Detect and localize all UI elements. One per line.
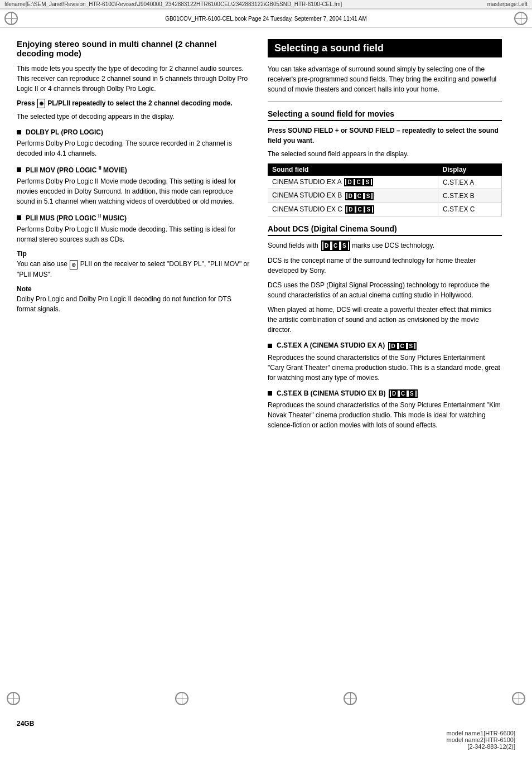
movies-note: The selected sound field appears in the … [268,149,502,159]
subheader-text: GB01COV_HTR-6100-CEL.book Page 24 Tuesda… [165,16,367,22]
bottom-compass-left [7,692,20,705]
dolby-pl-title: DOLBY PL (PRO LOGIC) [17,128,251,136]
bottom-compass-right [512,692,525,705]
dcs-text-1: DCS is the concept name of the surround … [268,256,502,276]
table-header-sound-field: Sound field [268,163,438,176]
bottom-compass-center-right [344,692,357,705]
left-column: Enjoying stereo sound in multi channel (… [17,39,251,435]
table-row: CINEMA STUDIO EX B D C S C.ST.EX B [268,189,502,203]
plii-mov-title: PLII MOV (PRO LOGIC II MOVIE) [17,165,251,174]
movies-title: Selecting a sound field for movies [268,109,502,121]
bottom-decorations [0,692,532,705]
cst-ex-b-title: C.ST.EX B (CINEMA STUDIO EX B) D C S [268,389,502,398]
dcs-title: About DCS (Digital Cinema Sound) [268,224,502,236]
tip-text: You can also use ⊕ PLII on the receiver … [17,259,251,279]
table-cell-sound-field-3: CINEMA STUDIO EX C D C S [268,203,438,216]
plii-mov-text: Performs Dolby Pro Logic II Movie mode d… [17,176,251,206]
header-masterpage: masterpage:Left [487,1,528,7]
cst-ex-a-text: Reproduces the sound characteristics of … [268,353,502,383]
bullet-cst-ex-a [268,344,272,348]
bullet-dolby-pl [17,130,21,134]
dcs-intro-text: Sound fields with D C S marks use DCS te… [268,240,502,251]
footer-model1: model name1[HTR-6600] [446,730,515,736]
dcs-badge-1: D C S [344,178,373,186]
bullet-plii-mov [17,167,21,172]
table-row: CINEMA STUDIO EX C D C S C.ST.EX C [268,203,502,216]
table-cell-sound-field-1: CINEMA STUDIO EX A D C S [268,176,438,189]
note-label: Note [17,285,251,293]
right-column: Selecting a sound field You can take adv… [268,39,502,435]
footer: model name1[HTR-6600] model name2[HTR-61… [446,730,515,750]
table-cell-sound-field-2: CINEMA STUDIO EX B D C S [268,189,438,203]
left-intro: This mode lets you specify the type of d… [17,64,251,94]
header-filename: filename[E:\SEM_Janet\Revision_HTR-6100\… [4,1,342,7]
corner-compass-left [4,12,18,25]
bullet-cst-ex-b [268,391,272,396]
sound-field-table: Sound field Display CINEMA STUDIO EX A D… [268,163,502,216]
bottom-compass-center-left [175,692,188,705]
table-header-display: Display [438,163,502,176]
movies-instruction: Press SOUND FIELD + or SOUND FIELD – rep… [268,126,502,146]
main-content: Enjoying stereo sound in multi channel (… [0,28,532,446]
sub-header: GB01COV_HTR-6100-CEL.book Page 24 Tuesda… [0,9,532,28]
plii-mus-title: PLII MUS (PRO LOGIC II MUSIC) [17,213,251,222]
tip-label: Tip [17,250,251,258]
dcs-badge-2: D C S [345,192,374,200]
left-instruction-note: The selected type of decoding appears in… [17,112,251,122]
left-instruction: Press ⊕ PL/PLII repeatedly to select the… [17,98,251,108]
bullet-plii-mus [17,215,21,220]
divider-1 [268,101,502,102]
table-cell-display-1: C.ST.EX A [438,176,502,189]
dcs-text-2: DCS uses the DSP (Digital Signal Process… [268,280,502,300]
dcs-text-3: When played at home, DCS will create a p… [268,305,502,335]
corner-compass-right [514,12,528,25]
footer-model2: model name2[HTR-6100] [446,736,515,743]
dcs-badge-cst-a: D C S [388,342,417,350]
dolby-pl-text: Performs Dolby Pro Logic decoding. The s… [17,138,251,158]
plii-mus-text: Performs Dolby Pro Logic II Music mode d… [17,224,251,244]
page-number: 24GB [17,720,34,728]
left-main-title: Enjoying stereo sound in multi channel (… [17,39,251,58]
cst-ex-a-title: C.ST.EX A (CINEMA STUDIO EX A) D C S [268,341,502,350]
table-row: CINEMA STUDIO EX A D C S C.ST.EX A [268,176,502,189]
right-intro: You can take advantage of surround sound… [268,64,502,94]
table-cell-display-2: C.ST.EX B [438,189,502,203]
footer-code: [2-342-883-12(2)] [446,743,515,750]
note-text: Dolby Pro Logic and Dolby Pro Logic II d… [17,294,251,314]
cst-ex-b-text: Reproduces the sound characteristics of … [268,400,502,430]
plii-icon-2: ⊕ [70,260,78,269]
dcs-badge-inline: D C S [321,240,350,251]
dcs-badge-3: D C S [345,205,374,214]
right-main-title: Selecting a sound field [268,39,502,57]
plii-icon-1: ⊕ [37,99,45,108]
dcs-badge-cst-b: D C S [389,389,418,398]
header-bar: filename[E:\SEM_Janet\Revision_HTR-6100\… [0,0,532,9]
table-cell-display-3: C.ST.EX C [438,203,502,216]
